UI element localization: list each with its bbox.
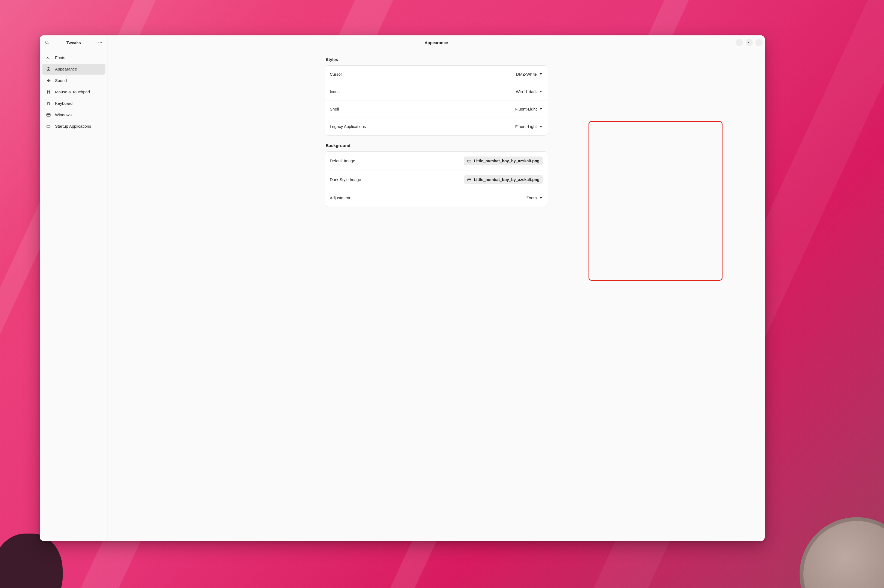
sidebar-header: Tweaks <box>40 35 108 50</box>
chevron-down-icon <box>539 73 542 75</box>
sidebar-item-label: Mouse & Touchpad <box>55 90 90 94</box>
shell-dropdown[interactable]: Fluent-Light <box>515 106 543 112</box>
row-dark-style-image: Dark Style Image Little_numbat_boy_by_az… <box>325 170 548 189</box>
svg-point-3 <box>100 42 101 43</box>
sidebar-item-label: Sound <box>55 78 67 83</box>
window-controls <box>736 39 762 46</box>
search-button[interactable] <box>42 38 52 47</box>
page-title: Appearance <box>425 40 448 45</box>
dropdown-value: Fluent-Light <box>515 124 537 129</box>
adjustment-dropdown[interactable]: Zoom <box>526 194 543 201</box>
row-legacy-applications: Legacy Applications Fluent-Light <box>325 118 548 135</box>
windows-icon <box>46 112 51 118</box>
sidebar-item-appearance[interactable]: Appearance <box>42 64 105 75</box>
dropdown-value: Fluent-Light <box>515 107 537 111</box>
background-card: Default Image Little_numbat_boy_by_azska… <box>325 152 548 207</box>
row-adjustment: Adjustment Zoom <box>325 189 548 207</box>
sidebar-item-startup-applications[interactable]: Startup Applications <box>42 121 105 132</box>
background-section: Background Default Image Little_numbat_b… <box>325 143 548 214</box>
styles-section: Styles Cursor DMZ-White Icons Win11-dark <box>325 57 548 143</box>
wallpaper-artwork <box>800 517 884 588</box>
section-title-styles: Styles <box>326 57 548 62</box>
legacy-applications-dropdown[interactable]: Fluent-Light <box>515 123 543 130</box>
keyboard-icon <box>46 101 51 106</box>
file-name: Little_numbat_boy_by_azskalt.png <box>474 177 539 182</box>
tweaks-window: Tweaks Aa Fonts Appearance <box>40 35 765 541</box>
mouse-icon <box>46 89 51 95</box>
svg-point-4 <box>101 42 102 43</box>
svg-line-1 <box>48 43 49 44</box>
row-label: Icons <box>330 89 339 94</box>
minimize-button[interactable] <box>736 39 743 46</box>
startup-icon <box>46 124 51 129</box>
search-icon <box>45 40 50 45</box>
hamburger-menu-button[interactable] <box>96 38 105 47</box>
folder-icon <box>467 177 471 182</box>
sidebar-item-fonts[interactable]: Aa Fonts <box>42 52 105 63</box>
chevron-down-icon <box>539 197 542 199</box>
sidebar-item-label: Windows <box>55 112 72 117</box>
svg-point-8 <box>48 68 49 70</box>
close-button[interactable] <box>755 39 762 46</box>
sidebar-item-sound[interactable]: Sound <box>42 75 105 86</box>
default-image-file-button[interactable]: Little_numbat_boy_by_azskalt.png <box>464 156 543 165</box>
svg-text:a: a <box>48 57 50 59</box>
maximize-button[interactable] <box>746 39 753 46</box>
row-default-image: Default Image Little_numbat_boy_by_azska… <box>325 152 548 170</box>
row-label: Legacy Applications <box>330 124 366 129</box>
main-panel: Appearance Styles Cursor <box>108 35 765 541</box>
sidebar-item-label: Fonts <box>55 55 65 60</box>
svg-rect-13 <box>47 114 50 116</box>
sidebar-item-windows[interactable]: Windows <box>42 110 105 120</box>
folder-icon <box>467 159 471 163</box>
sidebar-item-label: Startup Applications <box>55 124 91 129</box>
content-area: Styles Cursor DMZ-White Icons Win11-dark <box>108 50 765 541</box>
sidebar-item-label: Keyboard <box>55 101 72 106</box>
svg-rect-11 <box>47 90 50 94</box>
cursor-dropdown[interactable]: DMZ-White <box>516 71 543 78</box>
row-label: Adjustment <box>330 195 350 200</box>
fonts-icon: Aa <box>46 55 51 60</box>
svg-text:A: A <box>47 56 48 59</box>
dropdown-value: Zoom <box>527 195 537 200</box>
app-title: Tweaks <box>52 40 96 45</box>
sidebar-item-keyboard[interactable]: Keyboard <box>42 98 105 109</box>
chevron-down-icon <box>539 108 542 110</box>
icons-dropdown[interactable]: Win11-dark <box>515 88 543 95</box>
svg-point-2 <box>99 42 99 43</box>
row-label: Dark Style Image <box>330 177 361 182</box>
close-icon <box>757 41 761 44</box>
svg-rect-15 <box>47 124 50 128</box>
sidebar-item-mouse-touchpad[interactable]: Mouse & Touchpad <box>42 87 105 98</box>
row-shell: Shell Fluent-Light <box>325 100 548 118</box>
chevron-down-icon <box>539 91 542 92</box>
svg-rect-21 <box>468 160 471 162</box>
row-label: Default Image <box>330 158 355 163</box>
row-label: Shell <box>330 107 339 111</box>
sidebar-item-label: Appearance <box>55 67 77 71</box>
row-label: Cursor <box>330 72 342 76</box>
main-header: Appearance <box>108 35 765 50</box>
svg-rect-18 <box>748 42 750 43</box>
sidebar-nav: Aa Fonts Appearance Sound M <box>40 50 108 134</box>
section-title-background: Background <box>326 143 548 148</box>
styles-card: Cursor DMZ-White Icons Win11-dark <box>325 65 548 136</box>
row-cursor: Cursor DMZ-White <box>325 66 548 83</box>
sound-icon <box>46 78 51 83</box>
svg-line-10 <box>50 68 50 68</box>
minimize-icon <box>738 41 741 44</box>
dark-style-image-file-button[interactable]: Little_numbat_boy_by_azskalt.png <box>464 175 543 184</box>
svg-rect-23 <box>468 178 471 181</box>
chevron-down-icon <box>539 126 542 128</box>
svg-point-0 <box>45 41 48 43</box>
more-icon <box>98 40 103 45</box>
dropdown-value: Win11-dark <box>516 89 537 94</box>
row-icons: Icons Win11-dark <box>325 83 548 100</box>
maximize-icon <box>747 41 751 44</box>
dropdown-value: DMZ-White <box>516 72 537 76</box>
file-name: Little_numbat_boy_by_azskalt.png <box>474 159 539 163</box>
appearance-icon <box>46 66 51 72</box>
sidebar: Tweaks Aa Fonts Appearance <box>40 35 108 541</box>
wallpaper-silhouette <box>0 534 63 588</box>
